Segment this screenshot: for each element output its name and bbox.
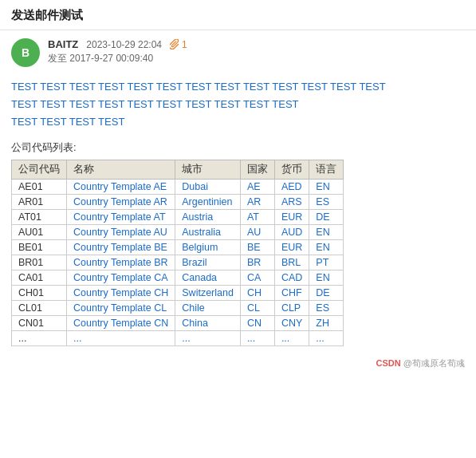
table-cell: DE (309, 286, 344, 301)
table-cell: Chile (175, 301, 241, 316)
table-cell: CN (240, 316, 274, 331)
col-header-city: 城市 (175, 160, 241, 180)
table-cell: AR01 (12, 195, 67, 210)
table-cell: AU (240, 225, 274, 240)
table-row: BR01Country Template BRBrazilBRBRLPT (12, 255, 344, 270)
table-cell: EUR (274, 210, 309, 225)
table-cell: EUR (274, 240, 309, 255)
table-cell: CHF (274, 286, 309, 301)
table-cell: ES (309, 301, 344, 316)
table-cell: China (175, 316, 241, 331)
table-row: CA01Country Template CACanadaCACADEN (12, 270, 344, 286)
meta-info: BAITZ 2023-10-29 22:04 1 发至 2017-9-27 00… (48, 38, 465, 65)
table-cell: CLP (274, 301, 309, 316)
table-row: AE01Country Template AEDubaiAEAEDEN (12, 180, 344, 195)
paperclip-icon (170, 39, 180, 49)
table-cell: PT (309, 255, 344, 270)
table-cell: Country Template CH (67, 286, 175, 301)
table-cell: EN (309, 180, 344, 195)
table-cell: Country Template AU (67, 225, 175, 240)
table-label: 公司代码列表: (11, 140, 465, 155)
table-cell: CNY (274, 316, 309, 331)
table-cell: CL (240, 301, 274, 316)
sender-name: BAITZ (48, 38, 78, 50)
email-meta: B BAITZ 2023-10-29 22:04 1 发至 2017-9-27 … (11, 38, 465, 67)
table-cell: BR (240, 255, 274, 270)
col-header-name: 名称 (67, 160, 175, 180)
attachment-count: 1 (182, 39, 187, 50)
table-cell: AUD (274, 225, 309, 240)
table-cell: ... (274, 331, 309, 346)
table-cell: EN (309, 240, 344, 255)
col-header-lang: 语言 (309, 160, 344, 180)
meta-row: BAITZ 2023-10-29 22:04 1 (48, 38, 465, 50)
table-cell: Country Template AT (67, 210, 175, 225)
table-cell: ARS (274, 195, 309, 210)
col-header-code: 公司代码 (12, 160, 67, 180)
table-header-row: 公司代码 名称 城市 国家 货币 语言 (12, 160, 344, 180)
table-cell: CA (240, 270, 274, 286)
table-cell: AT01 (12, 210, 67, 225)
table-cell: ZH (309, 316, 344, 331)
table-cell: CH (240, 286, 274, 301)
table-cell: CA01 (12, 270, 67, 286)
table-cell: ... (240, 331, 274, 346)
email-body: TEST TEST TEST TEST TEST TEST TEST TEST … (11, 78, 465, 131)
avatar: B (11, 38, 40, 67)
table-cell: ... (12, 331, 67, 346)
table-cell: AE01 (12, 180, 67, 195)
col-header-country: 国家 (240, 160, 274, 180)
table-cell: Country Template AE (67, 180, 175, 195)
table-row: AR01Country Template ARArgentinienARARSE… (12, 195, 344, 210)
table-cell: Canada (175, 270, 241, 286)
table-cell: Country Template BR (67, 255, 175, 270)
table-row: AU01Country Template AUAustraliaAUAUDEN (12, 225, 344, 240)
table-cell: AE (240, 180, 274, 195)
test-line-3: TEST TEST TEST TEST (11, 113, 465, 131)
table-row: CN01Country Template CNChinaCNCNYZH (12, 316, 344, 331)
table-row: CL01Country Template CLChileCLCLPES (12, 301, 344, 316)
to-line: 发至 2017-9-27 00:09:40 (48, 52, 465, 65)
csdn-logo: CSDN (376, 358, 401, 368)
table-cell: AU01 (12, 225, 67, 240)
table-cell: Country Template CA (67, 270, 175, 286)
table-cell: Switzerland (175, 286, 241, 301)
send-time: 2023-10-29 22:04 (86, 39, 162, 50)
table-cell: Dubai (175, 180, 241, 195)
table-cell: Argentinien (175, 195, 241, 210)
table-cell: Country Template AR (67, 195, 175, 210)
page-header: 发送邮件测试 (0, 0, 476, 30)
table-cell: AED (274, 180, 309, 195)
table-row: .................. (12, 331, 344, 346)
table-cell: Austria (175, 210, 241, 225)
footer-author: @荀彧原名荀彧 (403, 358, 465, 368)
table-cell: EN (309, 270, 344, 286)
company-table: 公司代码 名称 城市 国家 货币 语言 AE01Country Template… (11, 160, 344, 346)
table-cell: ... (309, 331, 344, 346)
col-header-currency: 货币 (274, 160, 309, 180)
table-cell: BE (240, 240, 274, 255)
table-cell: Country Template CN (67, 316, 175, 331)
table-cell: ... (175, 331, 241, 346)
table-row: BE01Country Template BEBelgiumBEEUREN (12, 240, 344, 255)
table-cell: Country Template BE (67, 240, 175, 255)
footer-note: CSDN @荀彧原名荀彧 (11, 357, 465, 369)
email-container: B BAITZ 2023-10-29 22:04 1 发至 2017-9-27 … (0, 30, 476, 377)
table-cell: BR01 (12, 255, 67, 270)
page-title: 发送邮件测试 (11, 8, 83, 22)
table-cell: CH01 (12, 286, 67, 301)
table-cell: AT (240, 210, 274, 225)
table-cell: AR (240, 195, 274, 210)
table-cell: CN01 (12, 316, 67, 331)
table-cell: DE (309, 210, 344, 225)
table-cell: ... (67, 331, 175, 346)
table-cell: Brazil (175, 255, 241, 270)
test-line-1: TEST TEST TEST TEST TEST TEST TEST TEST … (11, 78, 465, 96)
table-cell: ES (309, 195, 344, 210)
table-row: AT01Country Template ATAustriaATEURDE (12, 210, 344, 225)
table-row: CH01Country Template CHSwitzerlandCHCHFD… (12, 286, 344, 301)
table-cell: Country Template CL (67, 301, 175, 316)
attachment-badge[interactable]: 1 (170, 39, 187, 50)
table-cell: CL01 (12, 301, 67, 316)
table-cell: BE01 (12, 240, 67, 255)
